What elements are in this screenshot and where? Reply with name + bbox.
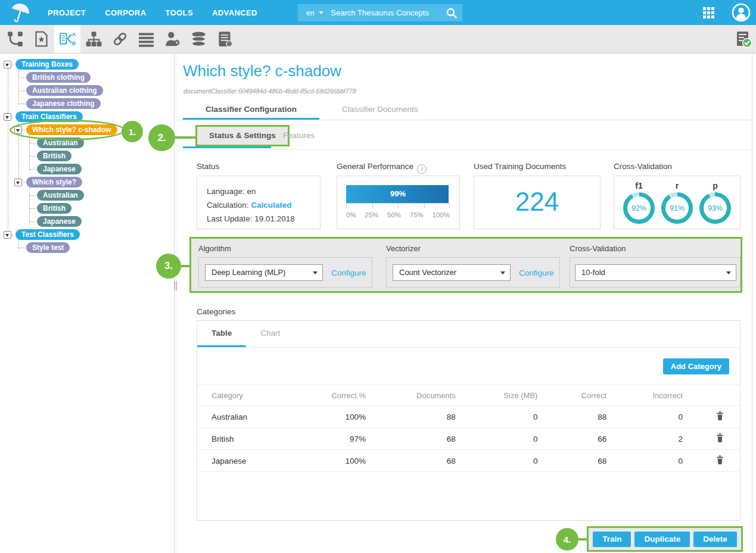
algorithm-select[interactable]: Deep Learning (MLP) — [205, 264, 323, 281]
database-server-icon[interactable] — [211, 25, 238, 53]
search-input[interactable] — [331, 8, 441, 17]
database-icon[interactable] — [185, 25, 211, 53]
table-cell: 66 — [558, 428, 627, 450]
umbrella-logo-icon[interactable] — [8, 2, 31, 24]
column-header: Correct % — [303, 385, 386, 406]
table-header-row: CategoryCorrect %DocumentsSize (MB)Corre… — [197, 385, 740, 406]
tab-chart[interactable]: Chart — [246, 321, 294, 347]
categories-tabs: Table Chart — [197, 321, 740, 348]
user-avatar-icon[interactable] — [732, 3, 751, 22]
menu-project[interactable]: PROJECT — [48, 8, 86, 17]
vectorizer-configure-link[interactable]: Configure — [519, 258, 554, 288]
svg-text:A: A — [71, 32, 75, 38]
delete-category-icon[interactable] — [715, 411, 724, 423]
tree-row: Which style? — [0, 177, 174, 188]
tree-item[interactable]: Japanese — [37, 164, 82, 174]
tree-row: Japanese — [0, 216, 174, 227]
tree-item[interactable]: Australian — [37, 190, 84, 201]
tree-row: Which style? c-shadow — [0, 124, 174, 136]
table-cell: 0 — [476, 406, 558, 428]
user-admin-icon[interactable] — [159, 25, 185, 53]
classifier-actions-box: Train Duplicate Delete — [587, 526, 743, 552]
delete-category-icon[interactable] — [715, 455, 724, 467]
donut-r: r 91% — [661, 181, 693, 224]
expander-icon[interactable] — [14, 179, 22, 186]
categories-table: CategoryCorrect %DocumentsSize (MB)Corre… — [197, 385, 740, 472]
tab-classifier-configuration[interactable]: Classifier Configuration — [183, 100, 319, 120]
train-button[interactable]: Train — [593, 532, 631, 547]
menu-corpora[interactable]: CORPORA — [105, 8, 146, 17]
table-cell: 2 — [627, 428, 703, 450]
active-subtab-underline — [183, 146, 271, 148]
donut-f1: f1 92% — [623, 181, 655, 224]
performance-value: 99% — [346, 185, 450, 203]
tree-item[interactable]: Training Boxes — [15, 59, 79, 70]
chevron-down-icon — [726, 271, 731, 274]
chevron-down-icon[interactable] — [319, 11, 323, 14]
tree-item[interactable]: British clothing — [26, 72, 91, 83]
documents-box: 224 — [474, 176, 601, 229]
tab-features[interactable]: Features — [283, 125, 315, 146]
apps-grid-icon[interactable] — [703, 7, 714, 18]
cross-validation-label: Cross-Validation — [614, 162, 672, 171]
tree-item[interactable]: Style test — [26, 242, 70, 253]
table-cell: 68 — [386, 428, 476, 450]
classifier-detail-panel: Which style? c-shadow documentClassifier… — [177, 54, 752, 553]
tree-item[interactable]: Train Classifiers — [15, 111, 83, 122]
status-last-update: Last Update: 19.01.2018 — [207, 212, 320, 226]
tab-table[interactable]: Table — [197, 321, 246, 347]
performance-label: General Performancei — [337, 162, 427, 174]
starred-document-icon[interactable] — [28, 25, 54, 53]
algorithm-label: Algorithm — [198, 244, 231, 253]
expander-icon[interactable] — [4, 231, 11, 239]
tab-status-settings[interactable]: Status & Settings — [195, 125, 290, 146]
expander-icon[interactable] — [4, 61, 11, 68]
algorithm-configure-link[interactable]: Configure — [331, 258, 366, 288]
configuration-subtabs: Status & Settings Features — [177, 120, 752, 150]
cross-validation-select[interactable]: 10-fold — [575, 264, 736, 281]
delete-category-icon[interactable] — [715, 433, 724, 445]
tab-classifier-documents[interactable]: Classifier Documents — [319, 100, 441, 120]
table-cell: 100% — [303, 450, 386, 472]
flow-branch-icon[interactable] — [2, 25, 28, 53]
chevron-down-icon — [500, 271, 505, 274]
algorithm-settings-box: Algorithm Deep Learning (MLP) Configure … — [189, 237, 742, 293]
tree-item[interactable]: British — [37, 151, 71, 161]
menu-advanced[interactable]: ADVANCED — [212, 8, 257, 17]
duplicate-button[interactable]: Duplicate — [634, 532, 690, 547]
table-cell: British — [197, 428, 303, 450]
info-icon[interactable]: i — [417, 164, 427, 174]
tree-item[interactable]: Australian clothing — [26, 85, 103, 96]
donut-p: p 93% — [699, 181, 731, 224]
classification-tree: Training BoxesBritish clothingAustralian… — [0, 54, 174, 553]
tree-item[interactable]: Which style? — [26, 177, 82, 188]
classifier-uri: documentClassifier:6049484d-486b-4bdd-85… — [183, 88, 356, 95]
tree-item[interactable]: Australian — [37, 138, 84, 148]
table-cell: 0 — [627, 406, 703, 428]
link-icon[interactable] — [107, 25, 133, 53]
report-check-icon[interactable] — [735, 25, 752, 54]
chevron-down-icon — [313, 271, 318, 274]
calculation-value: Calculated — [251, 201, 291, 210]
tree-item[interactable]: Japanese clothing — [26, 98, 101, 109]
expander-icon[interactable] — [4, 113, 11, 121]
list-icon[interactable] — [133, 25, 159, 53]
tree-row: Train Classifiers — [0, 111, 174, 123]
add-category-button[interactable]: Add Category — [663, 358, 729, 374]
document-classifier-icon[interactable]: AB — [54, 25, 80, 53]
delete-button[interactable]: Delete — [693, 532, 737, 547]
menu-tools[interactable]: TOOLS — [165, 8, 193, 17]
sitemap-icon[interactable] — [80, 25, 107, 53]
search-icon[interactable] — [441, 4, 462, 21]
tree-item[interactable]: Test Classifiers — [15, 229, 80, 240]
tree-item-selected[interactable]: Which style? c-shadow — [26, 124, 117, 135]
table-cell: 88 — [386, 406, 476, 428]
vectorizer-select[interactable]: Count Vectorizer — [393, 264, 511, 281]
column-header-actions — [703, 385, 740, 406]
table-row: Australian100%880880 — [197, 406, 740, 428]
expander-icon[interactable] — [14, 126, 22, 134]
tree-item[interactable]: Japanese — [37, 216, 82, 227]
search-language-selector[interactable]: en — [298, 9, 314, 17]
vectorizer-label: Vectorizer — [386, 244, 421, 253]
tree-item[interactable]: British — [37, 203, 71, 214]
